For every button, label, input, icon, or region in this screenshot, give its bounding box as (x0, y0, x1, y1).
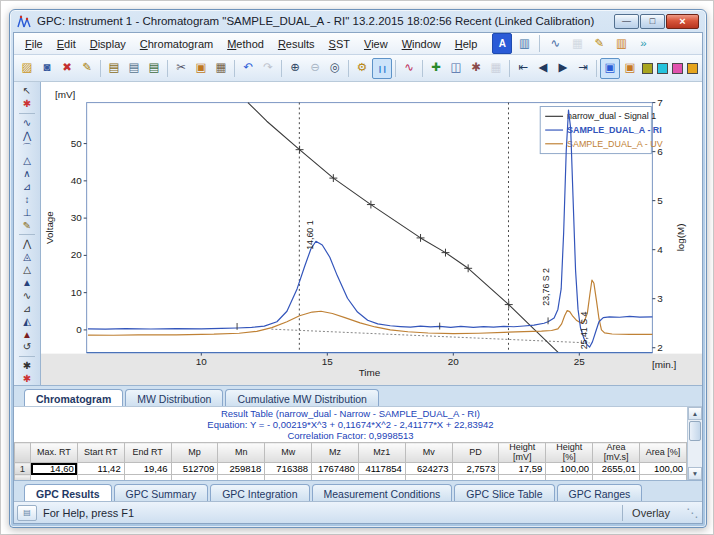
row-number[interactable]: 1 (15, 463, 31, 475)
menu-results[interactable]: Results (271, 36, 322, 52)
monitor-blue-icon[interactable]: ▣ (600, 58, 620, 79)
scroll-thumb[interactable] (689, 421, 701, 441)
tab-gpc-results[interactable]: GPC Results (24, 484, 112, 501)
column-header[interactable]: Max. RT (31, 443, 78, 463)
marker-delete-icon[interactable]: ✱ (17, 372, 37, 385)
column-header[interactable]: PD (452, 443, 499, 463)
table-cell[interactable]: 4117854 (358, 463, 405, 475)
menu-display[interactable]: Display (83, 36, 133, 52)
edit-method-icon[interactable]: ✎ (77, 58, 97, 79)
annotation-bubble-icon[interactable]: ❙❙ (372, 58, 392, 79)
table-cell[interactable]: 259818 (218, 463, 265, 475)
save-icon[interactable]: ◙ (37, 58, 57, 79)
table-cell[interactable]: 2,7573 (452, 463, 499, 475)
previous-record-icon[interactable]: ◀ (533, 58, 553, 79)
table-cell[interactable]: 716388 (265, 463, 312, 475)
column-header[interactable]: Height [mV] (499, 443, 546, 463)
zoom-in-icon[interactable]: ⊕ (285, 58, 305, 79)
tools-icon[interactable]: ✱ (466, 58, 486, 79)
print-icon[interactable]: ▤ (104, 58, 124, 79)
scroll-down-icon[interactable]: ▼ (688, 467, 702, 480)
color-swatch-1[interactable] (642, 63, 653, 74)
zoom-reset-icon[interactable]: ◎ (325, 58, 345, 79)
table-cell[interactable]: 11,42 (77, 463, 124, 475)
tab-gpc-integration[interactable]: GPC Integration (210, 484, 309, 501)
menu-view[interactable]: View (357, 36, 395, 52)
peak-outline-icon[interactable]: △ (17, 264, 37, 277)
table-cell[interactable]: 1767480 (312, 463, 359, 475)
edit-annotation-icon[interactable]: ✎ (589, 33, 609, 54)
column-header[interactable]: Mn (218, 443, 265, 463)
pan-icon[interactable]: ✚ (426, 58, 446, 79)
first-record-icon[interactable]: ⇤ (513, 58, 533, 79)
marker-tool-icon[interactable]: ✱ (17, 359, 37, 372)
tab-gpc-summary[interactable]: GPC Summary (114, 484, 209, 501)
peak-split-icon[interactable]: ∧ (17, 168, 37, 181)
zoom-out-icon[interactable]: ⊖ (305, 58, 325, 79)
baseline-tool-icon[interactable]: ∿ (17, 116, 37, 129)
peak-skim-icon[interactable]: ⊿ (17, 181, 37, 194)
column-header[interactable]: Area [%] (639, 443, 686, 463)
curve-overlay-icon[interactable]: ∿ (545, 33, 565, 54)
menu-method[interactable]: Method (220, 36, 271, 52)
annotate-peak-icon[interactable]: ✎ (17, 219, 37, 232)
menu-file[interactable]: File (18, 36, 50, 52)
tab-mw-distribution[interactable]: MW Distribution (125, 389, 223, 406)
color-swatch-4[interactable] (687, 63, 698, 74)
histogram-icon[interactable]: ▥ (514, 33, 534, 54)
column-header[interactable]: Height [%] (546, 443, 593, 463)
delete-peak-icon[interactable]: ✱ (17, 98, 37, 111)
resize-grip[interactable]: ⋱ (685, 508, 699, 518)
monitor-orange-icon[interactable]: ▣ (620, 58, 640, 79)
scroll-up-icon[interactable]: ▲ (688, 407, 702, 420)
column-header[interactable]: Mz (312, 443, 359, 463)
tab-gpc-slice-table[interactable]: GPC Slice Table (454, 484, 554, 501)
color-swatch-5[interactable] (702, 63, 703, 74)
peak-detect-icon[interactable]: ⋀ (17, 129, 37, 142)
half-peak-icon[interactable]: ◭ (17, 315, 37, 328)
results-chart-icon[interactable]: ▥ (611, 33, 631, 54)
undo-icon[interactable]: ↶ (238, 58, 258, 79)
annotation-a-icon[interactable]: A (492, 33, 512, 54)
menu-window[interactable]: Window (395, 36, 448, 52)
results-scrollbar[interactable]: ▲ ▼ (687, 407, 702, 480)
shift-curve-icon[interactable]: ↕ (17, 194, 37, 207)
menu-help[interactable]: Help (448, 36, 485, 52)
column-header[interactable]: Area [mV.s] (593, 443, 640, 463)
pointer-tool-icon[interactable]: ↖ (17, 85, 37, 98)
more-tools-icon[interactable]: » (633, 33, 653, 54)
title-bar[interactable]: GPC: Instrument 1 - Chromatogram "SAMPLE… (13, 10, 703, 32)
dual-peak-icon[interactable]: ∿ (17, 289, 37, 302)
column-header[interactable]: Mv (405, 443, 452, 463)
close-button[interactable]: × (666, 14, 699, 29)
peak-start-icon[interactable]: △ (17, 155, 37, 168)
table-cell[interactable]: 19,46 (124, 463, 171, 475)
tab-gpc-ranges[interactable]: GPC Ranges (557, 484, 643, 501)
peak-region-icon[interactable]: ◬ (17, 251, 37, 264)
column-header[interactable]: Mz1 (358, 443, 405, 463)
column-header[interactable]: Start RT (77, 443, 124, 463)
slice-table-icon[interactable]: ▦ (486, 58, 506, 79)
menu-sst[interactable]: SST (322, 36, 357, 52)
tab-chromatogram[interactable]: Chromatogram (24, 389, 123, 406)
peak-fill-icon[interactable]: ⋀ (17, 238, 37, 251)
baseline-drop-icon[interactable]: ⊥ (17, 207, 37, 220)
color-swatch-3[interactable] (672, 63, 683, 74)
report-table-icon[interactable]: ▦ (567, 33, 587, 54)
open-icon[interactable]: ▨ (17, 58, 37, 79)
table-cell[interactable]: 624273 (405, 463, 452, 475)
delete-icon[interactable]: ✖ (57, 58, 77, 79)
table-cell[interactable]: 17,59 (499, 463, 546, 475)
settings-wrench-icon[interactable]: ⚙ (352, 58, 372, 79)
redo-icon[interactable]: ↷ (258, 58, 278, 79)
print-report-icon[interactable]: ▤ (144, 58, 164, 79)
table-cell[interactable]: 100,00 (639, 463, 686, 475)
color-swatch-2[interactable] (657, 63, 668, 74)
column-header[interactable]: Mw (265, 443, 312, 463)
paste-icon[interactable]: ▦ (211, 58, 231, 79)
print-preview-icon[interactable]: ▤ (124, 58, 144, 79)
maximize-button[interactable]: □ (640, 14, 665, 29)
smooth-curve-icon[interactable]: ⌒ (17, 142, 37, 155)
tab-measurement-conditions[interactable]: Measurement Conditions (312, 484, 453, 501)
menu-edit[interactable]: Edit (50, 36, 83, 52)
